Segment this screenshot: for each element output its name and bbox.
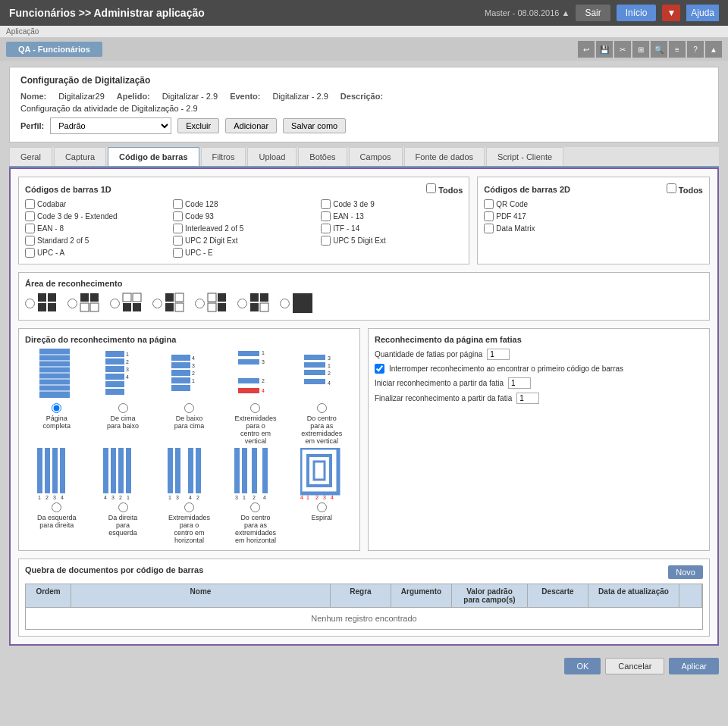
- recog-radio-1[interactable]: [25, 299, 35, 308]
- col-descarte: Descarte: [528, 584, 588, 607]
- direction-box: Direção do reconhecimento na página: [18, 328, 360, 551]
- dir-radio-esquerda-direita[interactable]: [52, 502, 61, 512]
- svg-rect-106: [308, 455, 331, 486]
- slices-qty-input[interactable]: [487, 349, 510, 360]
- svg-rect-59: [238, 388, 259, 393]
- svg-text:4: 4: [262, 388, 265, 393]
- nav-tab[interactable]: QA - Funcionários: [6, 42, 102, 57]
- nav-list-button[interactable]: ≡: [669, 41, 686, 58]
- dir-radio-extremidades-centro-h[interactable]: [184, 502, 194, 512]
- nav-up-button[interactable]: ▲: [705, 41, 722, 58]
- dir-centro-extremidades-h: 3 1 2 4 Do centropara asextremi: [224, 448, 287, 544]
- recog-radio-4[interactable]: [152, 299, 162, 308]
- svg-rect-4: [80, 293, 89, 302]
- slices-end-input[interactable]: [516, 393, 539, 404]
- ajuda-button[interactable]: Ajuda: [686, 5, 719, 21]
- col-data-atualizacao: Data de atualização: [588, 584, 679, 607]
- dir-radio-centro-extremidades-h[interactable]: [250, 502, 260, 512]
- excluir-button[interactable]: Excluir: [177, 118, 219, 133]
- dir-radio-centro-extremidades-v[interactable]: [317, 403, 327, 413]
- nav-save-button[interactable]: 💾: [596, 41, 613, 58]
- tab-upload[interactable]: Upload: [247, 147, 297, 166]
- svg-rect-47: [171, 355, 190, 361]
- tab-filtros[interactable]: Filtros: [201, 147, 246, 166]
- tab-script-cliente[interactable]: Script - Cliente: [486, 147, 563, 166]
- cancel-button[interactable]: Cancelar: [605, 658, 664, 674]
- nav-help-button[interactable]: ?: [687, 41, 704, 58]
- docbreak-section: Quebra de documentos por código de barra…: [18, 559, 710, 637]
- tab-codigo-barras[interactable]: Código de barras: [108, 147, 199, 166]
- svg-text:4: 4: [192, 355, 195, 361]
- dir-radio-extremidades-centro-v[interactable]: [250, 403, 260, 413]
- nav-delete-button[interactable]: ✂: [614, 41, 631, 58]
- svg-rect-65: [304, 362, 325, 368]
- tab-geral[interactable]: Geral: [9, 147, 52, 166]
- recog-radio-7[interactable]: [280, 299, 290, 308]
- col-nome: Nome: [71, 584, 331, 607]
- svg-rect-38: [105, 358, 124, 365]
- perfil-select[interactable]: Padrão: [50, 117, 171, 134]
- config-box: Configuração de Digitalização Nome: Digi…: [9, 67, 719, 142]
- apelido-label: Apelido:: [117, 92, 150, 101]
- dir-baixo-cima: 4 3 2 1 De bai: [158, 349, 221, 445]
- bc-code3de9ext: Code 3 de 9 - Extended: [25, 211, 167, 221]
- sair-button[interactable]: Sair: [576, 5, 610, 21]
- ok-button[interactable]: OK: [564, 658, 601, 674]
- recog-radio-3[interactable]: [110, 299, 120, 308]
- tab-botoes[interactable]: Botões: [298, 147, 347, 166]
- svg-rect-37: [105, 351, 124, 357]
- svg-text:3: 3: [328, 355, 331, 361]
- profile-row: Perfil: Padrão Excluir Adicionar Salvar …: [20, 117, 708, 134]
- svg-rect-16: [208, 293, 216, 302]
- novo-button[interactable]: Novo: [668, 565, 703, 579]
- svg-rect-72: [37, 448, 42, 493]
- svg-text:3: 3: [235, 495, 238, 500]
- svg-rect-7: [90, 303, 99, 311]
- dropdown-button[interactable]: ▼: [662, 5, 680, 21]
- dir-radio-cima-baixo[interactable]: [118, 403, 128, 413]
- dir-img-espiral: 4 1 2 3 4: [300, 448, 343, 501]
- adicionar-button[interactable]: Adicionar: [225, 118, 277, 133]
- table-empty: Nenhum registro encontrado: [25, 608, 703, 630]
- activity-config: Configuração da atividade de Digitalizaç…: [20, 104, 198, 113]
- dir-radio-baixo-cima[interactable]: [184, 403, 194, 413]
- slices-interrupt-checkbox[interactable]: [375, 364, 384, 374]
- nav-back-button[interactable]: ↩: [578, 41, 595, 58]
- tab-fonte-dados[interactable]: Fonte de dados: [404, 147, 485, 166]
- bottom-bar: OK Cancelar Aplicar: [0, 652, 728, 681]
- apply-button[interactable]: Aplicar: [669, 658, 719, 674]
- dir-pagina-completa: Páginacompleta: [25, 349, 88, 445]
- svg-text:2: 2: [315, 495, 318, 500]
- barcode-1d-all-checkbox[interactable]: [426, 183, 436, 193]
- descricao-label: Descrição:: [340, 92, 383, 101]
- bc-ean8: EAN - 8: [25, 224, 167, 233]
- barcode-1d-checkboxes: Codabar Code 128 Code 3 de 9 Code 3 de 9…: [25, 199, 463, 258]
- svg-rect-13: [175, 293, 184, 302]
- salvar-como-button[interactable]: Salvar como: [283, 118, 346, 133]
- nav-search-button[interactable]: 🔍: [651, 41, 667, 58]
- svg-rect-11: [133, 303, 141, 311]
- tab-captura[interactable]: Captura: [54, 147, 106, 166]
- recog-radio-5[interactable]: [195, 299, 205, 308]
- svg-rect-64: [304, 355, 325, 360]
- bc-interleaved: Interleaved 2 of 5: [173, 224, 315, 233]
- dir-radio-espiral[interactable]: [317, 502, 327, 512]
- barcode-2d-all-checkbox[interactable]: [667, 183, 676, 193]
- master-info: Master - 08.08.2016 ▲: [485, 8, 570, 17]
- recog-radio-2[interactable]: [67, 299, 77, 308]
- svg-rect-14: [165, 303, 174, 311]
- dir-radio-pagina-completa[interactable]: [52, 403, 61, 413]
- recog-radio-6[interactable]: [237, 299, 247, 308]
- nav-grid-button[interactable]: ⊞: [632, 41, 649, 58]
- slices-start-input[interactable]: [508, 377, 531, 389]
- bc-code128: Code 128: [173, 199, 315, 209]
- svg-rect-19: [218, 303, 226, 311]
- recog-icon-2: [80, 293, 101, 314]
- tab-campos[interactable]: Campos: [349, 147, 403, 166]
- dir-radio-direita-esquerda[interactable]: [118, 502, 128, 512]
- inicio-button[interactable]: Início: [617, 5, 657, 21]
- dir-svg-centro-extremidades-v: 3 1 2 4: [300, 349, 343, 402]
- svg-text:2: 2: [126, 359, 129, 365]
- svg-rect-18: [208, 303, 216, 311]
- svg-text:1: 1: [38, 495, 41, 500]
